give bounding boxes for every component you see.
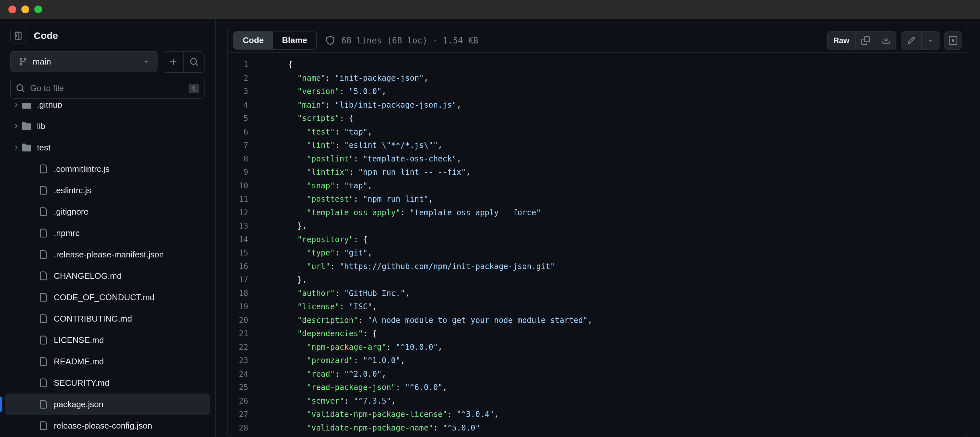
code-line: 16 "url": "https://github.com/npm/init-p… — [228, 260, 968, 274]
code-line: 9 "lintfix": "npm run lint -- --fix", — [228, 166, 968, 179]
line-number[interactable]: 8 — [228, 152, 260, 166]
line-number[interactable]: 14 — [228, 233, 260, 247]
line-number[interactable]: 4 — [228, 99, 260, 112]
file-stats: 68 lines (68 loc) · 1.54 KB — [341, 36, 478, 45]
folder-icon — [21, 143, 32, 152]
line-number[interactable]: 29 — [228, 435, 260, 437]
symbols-button[interactable] — [944, 32, 962, 49]
line-number[interactable]: 3 — [228, 85, 260, 99]
line-content: { — [260, 58, 293, 72]
tree-item-license-md[interactable]: LICENSE.md — [0, 329, 215, 351]
tab-code[interactable]: Code — [234, 32, 273, 49]
tab-blame[interactable]: Blame — [273, 32, 316, 49]
collapse-sidebar-button[interactable] — [10, 28, 26, 43]
tree-item--npmrc[interactable]: .npmrc — [0, 222, 215, 244]
code-toolbar: Code Blame 68 lines (68 loc) · 1.54 KB R… — [227, 28, 968, 53]
tree-item--commitlintrc-js[interactable]: .commitlintrc.js — [0, 158, 215, 180]
code-line: 24 "read": "^2.0.0", — [228, 368, 968, 381]
tree-item-label: .eslintrc.js — [54, 185, 91, 196]
line-content: "read": "^2.0.0", — [260, 368, 386, 381]
file-icon — [38, 400, 49, 409]
line-number[interactable]: 9 — [228, 166, 260, 179]
line-number[interactable]: 19 — [228, 300, 260, 314]
download-button[interactable] — [876, 32, 896, 49]
tree-item-code-of-conduct-md[interactable]: CODE_OF_CONDUCT.md — [0, 287, 215, 308]
line-number[interactable]: 22 — [228, 341, 260, 354]
tree-item-lib[interactable]: lib — [0, 115, 215, 137]
line-number[interactable]: 15 — [228, 246, 260, 260]
code-line: 7 "lint": "eslint \"**/*.js\"", — [228, 139, 968, 152]
line-number[interactable]: 10 — [228, 179, 260, 193]
edit-more-button[interactable] — [921, 32, 939, 49]
line-content: "posttest": "npm run lint", — [260, 193, 433, 206]
code-line: 22 "npm-package-arg": "^10.0.0", — [228, 341, 968, 354]
code-line: 21 "dependencies": { — [228, 327, 968, 341]
code-line: 4 "main": "lib/init-package-json.js", — [228, 99, 968, 112]
line-number[interactable]: 23 — [228, 354, 260, 368]
tree-item--gitignore[interactable]: .gitignore — [0, 201, 215, 222]
add-button[interactable] — [163, 51, 184, 72]
line-number[interactable]: 26 — [228, 394, 260, 408]
file-tree[interactable]: .githublibtest.commitlintrc.js.eslintrc.… — [0, 103, 215, 437]
line-content: "version": "5.0.0", — [260, 85, 386, 99]
edit-button[interactable] — [901, 32, 921, 49]
line-content: "url": "https://github.com/npm/init-pack… — [260, 260, 555, 274]
code-line: 14 "repository": { — [228, 233, 968, 247]
minimize-window-button[interactable] — [21, 5, 29, 13]
line-number[interactable]: 20 — [228, 314, 260, 327]
search-button[interactable] — [184, 51, 205, 72]
line-number[interactable]: 11 — [228, 193, 260, 206]
line-number[interactable]: 12 — [228, 206, 260, 220]
line-number[interactable]: 24 — [228, 368, 260, 381]
search-shortcut-badge: t — [189, 84, 199, 93]
tree-item-label: .npmrc — [54, 228, 80, 238]
code-line: 19 "license": "ISC", — [228, 300, 968, 314]
tree-item-package-json[interactable]: package.json — [5, 394, 210, 415]
tree-item-release-please-config-json[interactable]: release-please-config.json — [0, 415, 215, 436]
line-content: }, — [260, 435, 307, 437]
line-number[interactable]: 18 — [228, 287, 260, 300]
file-search-input-wrapper[interactable]: t — [10, 78, 205, 99]
maximize-window-button[interactable] — [34, 5, 42, 13]
tree-item--release-please-manifest-json[interactable]: .release-please-manifest.json — [0, 244, 215, 265]
line-number[interactable]: 1 — [228, 58, 260, 72]
code-line: 8 "postlint": "template-oss-check", — [228, 152, 968, 166]
branch-selector[interactable]: main — [10, 51, 158, 72]
file-search-input[interactable] — [30, 83, 183, 93]
tree-item-contributing-md[interactable]: CONTRIBUTING.md — [0, 308, 215, 329]
sidebar-title: Code — [34, 30, 58, 41]
line-number[interactable]: 21 — [228, 327, 260, 341]
file-icon — [38, 228, 49, 238]
raw-button[interactable]: Raw — [828, 32, 855, 49]
line-content: "repository": { — [260, 233, 368, 247]
line-number[interactable]: 28 — [228, 421, 260, 435]
line-number[interactable]: 6 — [228, 126, 260, 139]
line-number[interactable]: 2 — [228, 72, 260, 85]
close-window-button[interactable] — [8, 5, 16, 13]
line-number[interactable]: 5 — [228, 112, 260, 126]
tree-item-label: SECURITY.md — [54, 378, 109, 388]
tree-item-label: CHANGELOG.md — [54, 271, 122, 281]
tree-item-changelog-md[interactable]: CHANGELOG.md — [0, 265, 215, 287]
tree-item-test[interactable]: test — [0, 137, 215, 158]
tree-item--github[interactable]: .github — [0, 103, 215, 115]
tree-item--eslintrc-js[interactable]: .eslintrc.js — [0, 180, 215, 201]
file-icon — [38, 293, 49, 302]
line-content: "scripts": { — [260, 112, 353, 126]
shield-icon[interactable] — [326, 36, 335, 45]
copy-button[interactable] — [855, 32, 876, 49]
code-line: 27 "validate-npm-package-license": "^3.0… — [228, 408, 968, 421]
tree-item-security-md[interactable]: SECURITY.md — [0, 372, 215, 394]
line-number[interactable]: 7 — [228, 139, 260, 152]
line-content: "read-package-json": "^6.0.0", — [260, 381, 447, 394]
line-content: "main": "lib/init-package-json.js", — [260, 99, 461, 112]
folder-icon — [21, 103, 32, 109]
line-number[interactable]: 17 — [228, 273, 260, 287]
tree-item-readme-md[interactable]: README.md — [0, 351, 215, 372]
tree-item-label: LICENSE.md — [54, 335, 104, 345]
code-viewer[interactable]: 1 {2 "name": "init-package-json",3 "vers… — [227, 53, 968, 437]
line-number[interactable]: 13 — [228, 220, 260, 233]
line-number[interactable]: 25 — [228, 381, 260, 394]
line-number[interactable]: 16 — [228, 260, 260, 274]
line-number[interactable]: 27 — [228, 408, 260, 421]
